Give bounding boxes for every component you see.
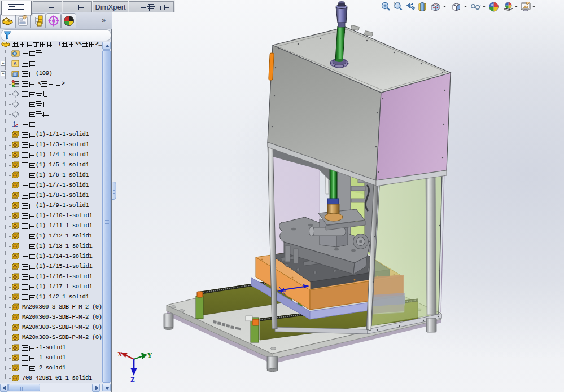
svg-text:X: X [117, 350, 123, 358]
svg-text:Y: Y [147, 351, 152, 359]
svg-text:Z: Z [130, 376, 135, 384]
svg-text:A: A [13, 61, 17, 67]
